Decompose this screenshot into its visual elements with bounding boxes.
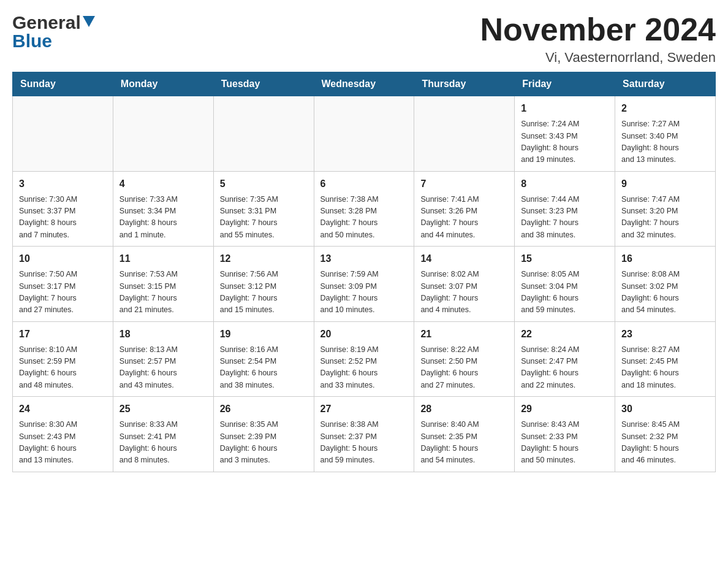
day-number: 20 <box>320 327 408 342</box>
calendar-cell: 6Sunrise: 7:38 AM Sunset: 3:28 PM Daylig… <box>314 171 414 247</box>
day-info: Sunrise: 8:05 AM Sunset: 3:04 PM Dayligh… <box>521 269 609 316</box>
logo-general-text: General <box>12 12 81 33</box>
day-number: 5 <box>220 177 308 191</box>
day-number: 27 <box>320 402 408 416</box>
day-info: Sunrise: 7:38 AM Sunset: 3:28 PM Dayligh… <box>320 194 408 242</box>
calendar-cell: 28Sunrise: 8:40 AM Sunset: 2:35 PM Dayli… <box>414 397 515 472</box>
calendar-weekday-saturday: Saturday <box>615 72 716 96</box>
day-info: Sunrise: 7:56 AM Sunset: 3:12 PM Dayligh… <box>220 269 308 316</box>
day-info: Sunrise: 8:19 AM Sunset: 2:52 PM Dayligh… <box>320 344 408 392</box>
svg-marker-0 <box>83 16 95 27</box>
day-number: 7 <box>420 177 508 191</box>
day-number: 8 <box>521 177 609 191</box>
calendar-cell: 21Sunrise: 8:22 AM Sunset: 2:50 PM Dayli… <box>414 321 515 397</box>
day-info: Sunrise: 8:27 AM Sunset: 2:45 PM Dayligh… <box>621 344 709 392</box>
calendar-cell: 8Sunrise: 7:44 AM Sunset: 3:23 PM Daylig… <box>515 171 615 247</box>
calendar-cell: 24Sunrise: 8:30 AM Sunset: 2:43 PM Dayli… <box>13 397 113 472</box>
calendar-cell: 18Sunrise: 8:13 AM Sunset: 2:57 PM Dayli… <box>113 321 213 397</box>
day-info: Sunrise: 8:16 AM Sunset: 2:54 PM Dayligh… <box>220 344 308 392</box>
calendar-cell: 29Sunrise: 8:43 AM Sunset: 2:33 PM Dayli… <box>515 397 615 472</box>
day-info: Sunrise: 8:45 AM Sunset: 2:32 PM Dayligh… <box>621 419 709 467</box>
day-info: Sunrise: 7:35 AM Sunset: 3:31 PM Dayligh… <box>220 194 308 242</box>
day-number: 26 <box>220 402 308 416</box>
calendar-cell: 26Sunrise: 8:35 AM Sunset: 2:39 PM Dayli… <box>213 397 314 472</box>
calendar-body: 1Sunrise: 7:24 AM Sunset: 3:43 PM Daylig… <box>13 96 716 472</box>
calendar-cell: 22Sunrise: 8:24 AM Sunset: 2:47 PM Dayli… <box>515 321 615 397</box>
day-info: Sunrise: 8:08 AM Sunset: 3:02 PM Dayligh… <box>621 269 709 316</box>
calendar-cell: 30Sunrise: 8:45 AM Sunset: 2:32 PM Dayli… <box>615 397 716 472</box>
calendar-cell: 11Sunrise: 7:53 AM Sunset: 3:15 PM Dayli… <box>113 247 213 322</box>
day-info: Sunrise: 8:13 AM Sunset: 2:57 PM Dayligh… <box>119 344 207 392</box>
day-number: 15 <box>521 251 609 266</box>
day-number: 17 <box>19 327 107 342</box>
day-info: Sunrise: 7:59 AM Sunset: 3:09 PM Dayligh… <box>320 269 408 316</box>
day-number: 19 <box>220 327 308 342</box>
calendar-cell <box>113 96 213 172</box>
calendar-cell: 14Sunrise: 8:02 AM Sunset: 3:07 PM Dayli… <box>414 247 515 322</box>
day-number: 22 <box>521 327 609 342</box>
calendar-cell: 27Sunrise: 8:38 AM Sunset: 2:37 PM Dayli… <box>314 397 414 472</box>
day-info: Sunrise: 8:43 AM Sunset: 2:33 PM Dayligh… <box>521 419 609 467</box>
calendar-table: SundayMondayTuesdayWednesdayThursdayFrid… <box>12 72 716 472</box>
day-info: Sunrise: 7:24 AM Sunset: 3:43 PM Dayligh… <box>521 118 609 166</box>
calendar-cell: 9Sunrise: 7:47 AM Sunset: 3:20 PM Daylig… <box>615 171 716 247</box>
calendar-week-row: 17Sunrise: 8:10 AM Sunset: 2:59 PM Dayli… <box>13 321 716 397</box>
logo-triangle-icon <box>83 16 95 27</box>
calendar-week-row: 10Sunrise: 7:50 AM Sunset: 3:17 PM Dayli… <box>13 247 716 322</box>
page-header: General Blue November 2024 Vi, Vaesterno… <box>12 12 716 66</box>
calendar-cell: 3Sunrise: 7:30 AM Sunset: 3:37 PM Daylig… <box>13 171 113 247</box>
calendar-cell: 20Sunrise: 8:19 AM Sunset: 2:52 PM Dayli… <box>314 321 414 397</box>
day-number: 12 <box>220 251 308 266</box>
day-info: Sunrise: 7:41 AM Sunset: 3:26 PM Dayligh… <box>420 194 508 242</box>
month-title: November 2024 <box>480 12 716 47</box>
calendar-cell: 4Sunrise: 7:33 AM Sunset: 3:34 PM Daylig… <box>113 171 213 247</box>
calendar-cell: 23Sunrise: 8:27 AM Sunset: 2:45 PM Dayli… <box>615 321 716 397</box>
calendar-cell: 1Sunrise: 7:24 AM Sunset: 3:43 PM Daylig… <box>515 96 615 172</box>
day-info: Sunrise: 8:10 AM Sunset: 2:59 PM Dayligh… <box>19 344 107 392</box>
day-number: 28 <box>420 402 508 416</box>
day-number: 18 <box>119 327 207 342</box>
day-info: Sunrise: 8:30 AM Sunset: 2:43 PM Dayligh… <box>19 419 107 467</box>
day-info: Sunrise: 8:33 AM Sunset: 2:41 PM Dayligh… <box>119 419 207 467</box>
calendar-cell: 25Sunrise: 8:33 AM Sunset: 2:41 PM Dayli… <box>113 397 213 472</box>
day-number: 24 <box>19 402 107 416</box>
day-number: 29 <box>521 402 609 416</box>
calendar-header: SundayMondayTuesdayWednesdayThursdayFrid… <box>13 72 716 96</box>
calendar-header-row: SundayMondayTuesdayWednesdayThursdayFrid… <box>13 72 716 96</box>
day-number: 6 <box>320 177 408 191</box>
calendar-cell: 15Sunrise: 8:05 AM Sunset: 3:04 PM Dayli… <box>515 247 615 322</box>
day-info: Sunrise: 8:22 AM Sunset: 2:50 PM Dayligh… <box>420 344 508 392</box>
calendar-cell: 12Sunrise: 7:56 AM Sunset: 3:12 PM Dayli… <box>213 247 314 322</box>
calendar-cell: 10Sunrise: 7:50 AM Sunset: 3:17 PM Dayli… <box>13 247 113 322</box>
calendar-cell <box>314 96 414 172</box>
day-number: 21 <box>420 327 508 342</box>
day-number: 4 <box>119 177 207 191</box>
calendar-weekday-tuesday: Tuesday <box>213 72 314 96</box>
day-number: 3 <box>19 177 107 191</box>
calendar-week-row: 1Sunrise: 7:24 AM Sunset: 3:43 PM Daylig… <box>13 96 716 172</box>
logo: General Blue <box>12 12 95 52</box>
calendar-cell: 7Sunrise: 7:41 AM Sunset: 3:26 PM Daylig… <box>414 171 515 247</box>
day-info: Sunrise: 8:38 AM Sunset: 2:37 PM Dayligh… <box>320 419 408 467</box>
day-number: 16 <box>621 251 709 266</box>
day-number: 10 <box>19 251 107 266</box>
day-number: 13 <box>320 251 408 266</box>
day-info: Sunrise: 7:27 AM Sunset: 3:40 PM Dayligh… <box>621 118 709 166</box>
day-number: 2 <box>621 101 709 116</box>
day-number: 9 <box>621 177 709 191</box>
day-info: Sunrise: 7:33 AM Sunset: 3:34 PM Dayligh… <box>119 194 207 242</box>
day-info: Sunrise: 7:47 AM Sunset: 3:20 PM Dayligh… <box>621 194 709 242</box>
day-number: 14 <box>420 251 508 266</box>
day-info: Sunrise: 8:35 AM Sunset: 2:39 PM Dayligh… <box>220 419 308 467</box>
calendar-cell <box>213 96 314 172</box>
calendar-cell <box>13 96 113 172</box>
day-info: Sunrise: 8:40 AM Sunset: 2:35 PM Dayligh… <box>420 419 508 467</box>
day-number: 30 <box>621 402 709 416</box>
calendar-week-row: 3Sunrise: 7:30 AM Sunset: 3:37 PM Daylig… <box>13 171 716 247</box>
day-info: Sunrise: 8:24 AM Sunset: 2:47 PM Dayligh… <box>521 344 609 392</box>
location-title: Vi, Vaesternorrland, Sweden <box>480 50 716 66</box>
calendar-weekday-wednesday: Wednesday <box>314 72 414 96</box>
calendar-cell: 16Sunrise: 8:08 AM Sunset: 3:02 PM Dayli… <box>615 247 716 322</box>
day-info: Sunrise: 7:30 AM Sunset: 3:37 PM Dayligh… <box>19 194 107 242</box>
day-info: Sunrise: 8:02 AM Sunset: 3:07 PM Dayligh… <box>420 269 508 316</box>
